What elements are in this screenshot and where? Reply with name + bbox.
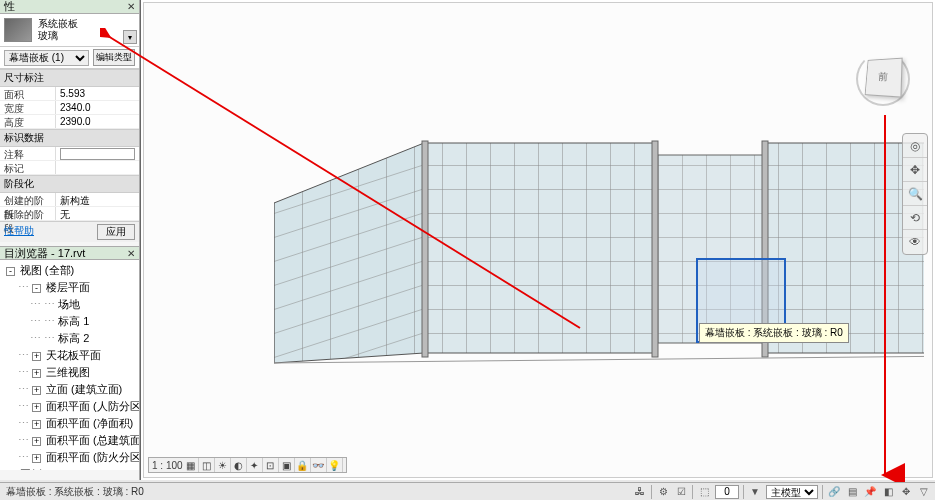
detail-level-icon[interactable]: ▦ (185, 458, 199, 472)
tree-node[interactable]: ⋯ ⋯ 标高 1 (2, 313, 137, 330)
prop-row: 面积 5.593 (0, 87, 139, 101)
prop-row: 注释 (0, 147, 139, 161)
shadows-icon[interactable]: ◐ (233, 458, 247, 472)
tree-node[interactable]: + 图例 (2, 466, 137, 470)
workset-filter-select[interactable]: 主模型 (766, 485, 818, 499)
visual-style-icon[interactable]: ◫ (201, 458, 215, 472)
tree-label: 面积平面 (净面积) (46, 417, 133, 429)
navigation-bar: ◎ ✥ 🔍 ⟲ 👁 (902, 133, 928, 255)
tree-label: 视图 (全部) (20, 264, 74, 276)
comment-input[interactable] (60, 148, 135, 160)
steering-wheel-icon[interactable]: ◎ (903, 134, 927, 158)
group-dimensions-header: 尺寸标注 (0, 69, 139, 87)
project-browser-tree[interactable]: - 视图 (全部)⋯ - 楼层平面⋯ ⋯ 场地⋯ ⋯ 标高 1⋯ ⋯ 标高 2⋯… (0, 260, 139, 470)
filter-selection-icon[interactable]: ▽ (917, 485, 931, 499)
sun-path-icon[interactable]: ☀ (217, 458, 231, 472)
tree-label: 立面 (建筑立面) (46, 383, 122, 395)
prop-row: 宽度 2340.0 (0, 101, 139, 115)
drag-elements-icon[interactable]: ✥ (899, 485, 913, 499)
tree-label: 图例 (20, 468, 42, 470)
worksets-icon[interactable]: 🖧 (633, 485, 647, 499)
crop-view-icon[interactable]: ⊡ (265, 458, 279, 472)
chevron-down-icon[interactable]: ▾ (123, 30, 137, 44)
viewport-canvas[interactable]: 幕墙嵌板 : 系统嵌板 : 玻璃 : R0 前 ◎ ✥ 🔍 ⟲ 👁 1 : 10… (143, 2, 933, 478)
properties-title: 性 (4, 0, 15, 14)
element-tooltip: 幕墙嵌板 : 系统嵌板 : 玻璃 : R0 (699, 323, 849, 343)
select-underlay-icon[interactable]: ▤ (845, 485, 859, 499)
tree-node[interactable]: ⋯ ⋯ 场地 (2, 296, 137, 313)
expand-icon[interactable]: + (32, 437, 41, 446)
page-number[interactable] (715, 485, 739, 499)
svg-marker-2 (274, 143, 424, 363)
status-text: 幕墙嵌板 : 系统嵌板 : 玻璃 : R0 (4, 485, 633, 499)
status-bar: 幕墙嵌板 : 系统嵌板 : 玻璃 : R0 🖧 ⚙ ☑ ⬚ ▼ 主模型 🔗 ▤ … (0, 482, 935, 500)
editable-only-icon[interactable]: ☑ (674, 485, 688, 499)
type-selector[interactable]: 系统嵌板 玻璃 ▾ (0, 14, 139, 47)
tree-label: 面积平面 (人防分区面积) (46, 400, 139, 412)
expand-icon[interactable]: + (32, 403, 41, 412)
prop-row: 拆除的阶段 无 (0, 207, 139, 221)
tree-node[interactable]: ⋯ - 楼层平面 (2, 279, 137, 296)
tree-node[interactable]: ⋯ + 面积平面 (防火分区面积) (2, 449, 137, 466)
type-label: 系统嵌板 玻璃 (38, 18, 135, 42)
tree-node[interactable]: ⋯ + 立面 (建筑立面) (2, 381, 137, 398)
viewcube[interactable]: 前 (864, 58, 912, 106)
svg-rect-3 (424, 143, 654, 353)
svg-rect-6 (422, 141, 428, 357)
tree-label: 楼层平面 (46, 281, 90, 293)
properties-help-link[interactable]: 性帮助 (4, 224, 34, 240)
instance-selector[interactable]: 幕墙嵌板 (1) (4, 50, 89, 66)
close-icon[interactable]: ✕ (127, 248, 135, 259)
select-links-icon[interactable]: 🔗 (827, 485, 841, 499)
tree-node[interactable]: ⋯ + 面积平面 (总建筑面积) (2, 432, 137, 449)
temp-hide-icon[interactable]: 👓 (313, 458, 327, 472)
expand-icon[interactable]: + (32, 386, 41, 395)
look-icon[interactable]: 👁 (903, 230, 927, 254)
reveal-hidden-icon[interactable]: 💡 (329, 458, 343, 472)
expand-icon[interactable]: + (32, 420, 41, 429)
pan-icon[interactable]: ✥ (903, 158, 927, 182)
tree-label: 天花板平面 (46, 349, 101, 361)
apply-button[interactable]: 应用 (97, 224, 135, 240)
prop-row: 高度 2390.0 (0, 115, 139, 129)
zoom-icon[interactable]: 🔍 (903, 182, 927, 206)
expand-icon[interactable]: + (32, 369, 41, 378)
tree-label: 面积平面 (总建筑面积) (46, 434, 139, 446)
svg-rect-5 (764, 143, 924, 353)
tree-node[interactable]: ⋯ + 面积平面 (人防分区面积) (2, 398, 137, 415)
view-control-bar: 1 : 100 ▦ ◫ ☀ ◐ ✦ ⊡ ▣ 🔒 👓 💡 (148, 457, 347, 473)
lock-view-icon[interactable]: 🔒 (297, 458, 311, 472)
close-icon[interactable]: ✕ (127, 1, 135, 12)
tree-node[interactable]: ⋯ + 三维视图 (2, 364, 137, 381)
tree-label: 三维视图 (46, 366, 90, 378)
expand-icon[interactable]: - (6, 267, 15, 276)
press-drag-icon[interactable]: ⬚ (697, 485, 711, 499)
orbit-icon[interactable]: ⟲ (903, 206, 927, 230)
group-phasing-header: 阶段化 (0, 175, 139, 193)
prop-row: 标记 (0, 161, 139, 175)
viewcube-face[interactable]: 前 (865, 58, 903, 98)
select-face-icon[interactable]: ◧ (881, 485, 895, 499)
properties-header: 性 ✕ (0, 0, 139, 14)
tree-node[interactable]: ⋯ ⋯ 标高 2 (2, 330, 137, 347)
edit-type-button[interactable]: 编辑类型 (93, 49, 135, 66)
prop-row: 创建的阶段 新构造 (0, 193, 139, 207)
instance-row: 幕墙嵌板 (1) 编辑类型 (0, 47, 139, 69)
expand-icon[interactable]: + (32, 352, 41, 361)
expand-icon[interactable]: + (32, 454, 41, 463)
tree-node[interactable]: ⋯ + 天花板平面 (2, 347, 137, 364)
browser-title: 目浏览器 - 17.rvt (4, 246, 85, 261)
rendering-icon[interactable]: ✦ (249, 458, 263, 472)
tree-node[interactable]: - 视图 (全部) (2, 262, 137, 279)
select-pinned-icon[interactable]: 📌 (863, 485, 877, 499)
tree-node[interactable]: ⋯ + 面积平面 (净面积) (2, 415, 137, 432)
design-options-icon[interactable]: ⚙ (656, 485, 670, 499)
tree-label: 标高 2 (58, 332, 89, 344)
left-panel: 性 ✕ 系统嵌板 玻璃 ▾ 幕墙嵌板 (1) 编辑类型 尺寸标注 面积 5.59… (0, 0, 140, 480)
browser-header: 目浏览器 - 17.rvt ✕ (0, 246, 139, 260)
view-scale[interactable]: 1 : 100 (152, 460, 183, 471)
viewport[interactable]: 幕墙嵌板 : 系统嵌板 : 玻璃 : R0 前 ◎ ✥ 🔍 ⟲ 👁 1 : 10… (140, 0, 935, 480)
crop-region-icon[interactable]: ▣ (281, 458, 295, 472)
expand-icon[interactable]: - (32, 284, 41, 293)
filter-icon[interactable]: ▼ (748, 485, 762, 499)
